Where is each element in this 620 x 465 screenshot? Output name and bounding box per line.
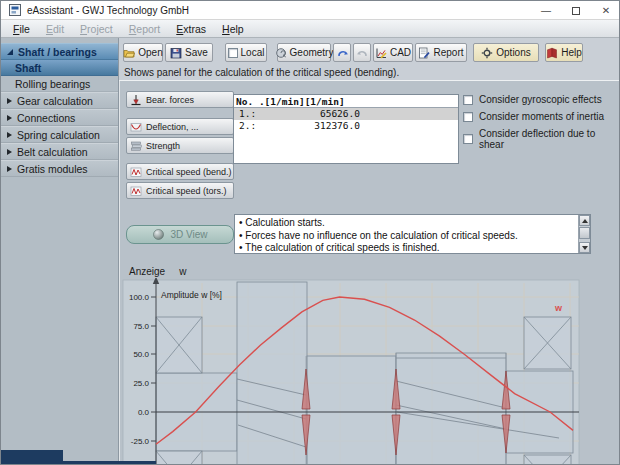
help-button[interactable]: Help: [545, 43, 583, 62]
sidebar-section-label: Spring calculation: [17, 129, 100, 141]
close-icon[interactable]: ✕: [591, 1, 620, 20]
save-button[interactable]: Save: [165, 43, 213, 62]
local-label: Local: [241, 47, 265, 58]
critical-speed-tors-button[interactable]: Critical speed (tors.): [126, 182, 234, 199]
title-bar: eAssistant - GWJ Technology GmbH — ✕: [1, 1, 620, 20]
sidebar-item-gratis-modules[interactable]: Gratis modules: [1, 160, 118, 177]
checkbox-label: Consider moments of inertia: [479, 111, 604, 122]
report-button[interactable]: Report: [415, 43, 467, 62]
report-label: Report: [433, 47, 463, 58]
menu-extras[interactable]: Extras: [168, 22, 214, 36]
cad-button[interactable]: CAD: [373, 43, 413, 62]
collapsed-triangle-icon: [7, 98, 12, 104]
critical-speed-tors-icon: [130, 185, 142, 197]
critical-speed-results-table[interactable]: No. .[1/min][1/min] 1.: 65626.0 2.: 3123…: [233, 94, 459, 164]
table-row[interactable]: 2.: 312376.0: [234, 120, 458, 132]
sidebar-sub-label: Rolling bearings: [15, 78, 90, 90]
collapsed-triangle-icon: [7, 115, 12, 121]
3d-view-button[interactable]: 3D View: [126, 225, 234, 244]
window-title: eAssistant - GWJ Technology GmbH: [27, 5, 189, 16]
anzeige-value[interactable]: w: [179, 266, 186, 277]
local-checkbox-button[interactable]: Local: [225, 43, 267, 62]
scroll-up-icon[interactable]: [579, 215, 590, 226]
svg-text:50.0: 50.0: [133, 350, 149, 359]
calculation-log[interactable]: • Calculation starts. • Forces have no i…: [234, 214, 591, 254]
sidebar: Shaft / bearings Shaft Rolling bearings …: [1, 38, 119, 465]
geometry-button[interactable]: Geometry: [277, 43, 331, 62]
table-header: No. .[1/min][1/min]: [234, 95, 458, 108]
sidebar-item-spring-calculation[interactable]: Spring calculation: [1, 126, 118, 143]
3d-view-label: 3D View: [170, 229, 207, 240]
cad-icon: [375, 47, 387, 59]
toolbar: Open Save Local Geometry CAD Report: [123, 43, 583, 62]
anzeige-label: Anzeige: [129, 266, 165, 277]
menu-file[interactable]: File: [5, 22, 38, 36]
sidebar-section-label: Belt calculation: [17, 146, 88, 158]
open-button[interactable]: Open: [123, 43, 163, 62]
save-label: Save: [185, 47, 208, 58]
svg-text:-25.0: -25.0: [131, 437, 150, 446]
cad-label: CAD: [390, 47, 411, 58]
moments-of-inertia-checkbox[interactable]: [463, 112, 473, 122]
sidebar-item-gear-calculation[interactable]: Gear calculation: [1, 92, 118, 109]
sidebar-header-label: Shaft / bearings: [18, 46, 97, 58]
svg-text:100.0: 100.0: [129, 293, 150, 302]
help-book-icon: [546, 47, 558, 59]
collapsed-triangle-icon: [7, 132, 12, 138]
checkbox-label: Consider deflection due to shear: [479, 128, 619, 150]
collapsed-triangle-icon: [7, 149, 12, 155]
strength-layers-icon: [130, 140, 142, 152]
scroll-down-icon[interactable]: [579, 242, 590, 253]
bear-forces-label: Bear. forces: [146, 95, 194, 105]
minimize-icon[interactable]: —: [531, 1, 561, 20]
expanded-triangle-icon: [7, 49, 13, 55]
amplitude-chart: 100.0 75.0 50.0 25.0 0.0 -25.0 Amplitude…: [120, 278, 620, 465]
deflection-label: Deflection, ...: [146, 122, 199, 132]
log-line: • Calculation starts.: [239, 217, 576, 230]
moments-of-inertia-option[interactable]: Consider moments of inertia: [463, 111, 604, 122]
open-label: Open: [138, 47, 162, 58]
bottom-left-block: [1, 450, 63, 464]
table-row[interactable]: 1.: 65626.0: [234, 108, 458, 120]
deflection-shear-option[interactable]: Consider deflection due to shear: [463, 128, 619, 150]
geometry-label: Geometry: [290, 47, 334, 58]
menu-project[interactable]: Project: [72, 22, 121, 36]
options-gear-icon: [481, 47, 493, 59]
maximize-icon[interactable]: [561, 1, 591, 20]
display-selector: Anzeige w: [129, 266, 186, 277]
log-line: • The calculation of critical speeds is …: [239, 242, 576, 255]
svg-text:0.0: 0.0: [138, 408, 150, 417]
log-scrollbar[interactable]: [578, 215, 590, 253]
options-button[interactable]: Options: [473, 43, 539, 62]
sidebar-item-connections[interactable]: Connections: [1, 109, 118, 126]
app-icon: [9, 4, 21, 16]
sidebar-item-shaft[interactable]: Shaft: [1, 60, 118, 76]
sidebar-item-belt-calculation[interactable]: Belt calculation: [1, 143, 118, 160]
gyroscopic-effects-option[interactable]: Consider gyroscopic effects: [463, 94, 602, 105]
bear-forces-button[interactable]: Bear. forces: [126, 91, 234, 108]
save-floppy-icon: [170, 47, 182, 59]
app-window: eAssistant - GWJ Technology GmbH — ✕ Fil…: [0, 0, 620, 465]
critical-speed-bend-button[interactable]: Critical speed (bend.): [126, 163, 234, 180]
scrollbar-thumb[interactable]: [579, 227, 590, 239]
geometry-spiral-icon: [275, 47, 287, 59]
undo-icon: [336, 47, 349, 59]
help-label: Help: [561, 47, 582, 58]
sidebar-selected-label: Shaft: [15, 62, 41, 74]
open-folder-icon: [123, 47, 135, 59]
bearing-forces-icon: [130, 94, 142, 106]
redo-icon: [356, 47, 369, 59]
sidebar-item-rolling-bearings[interactable]: Rolling bearings: [1, 76, 118, 92]
deflection-button[interactable]: Deflection, ...: [126, 118, 234, 135]
menu-help[interactable]: Help: [214, 22, 252, 36]
gyroscopic-effects-checkbox[interactable]: [463, 95, 473, 105]
local-checkbox[interactable]: [228, 48, 238, 58]
redo-button[interactable]: [353, 43, 371, 62]
axis-title: Amplitude w [%]: [161, 290, 222, 300]
menu-edit[interactable]: Edit: [38, 22, 72, 36]
sidebar-item-shaft-bearings[interactable]: Shaft / bearings: [1, 43, 118, 60]
deflection-shear-checkbox[interactable]: [463, 134, 473, 144]
undo-button[interactable]: [333, 43, 351, 62]
menu-report[interactable]: Report: [121, 22, 169, 36]
strength-button[interactable]: Strength: [126, 137, 234, 154]
